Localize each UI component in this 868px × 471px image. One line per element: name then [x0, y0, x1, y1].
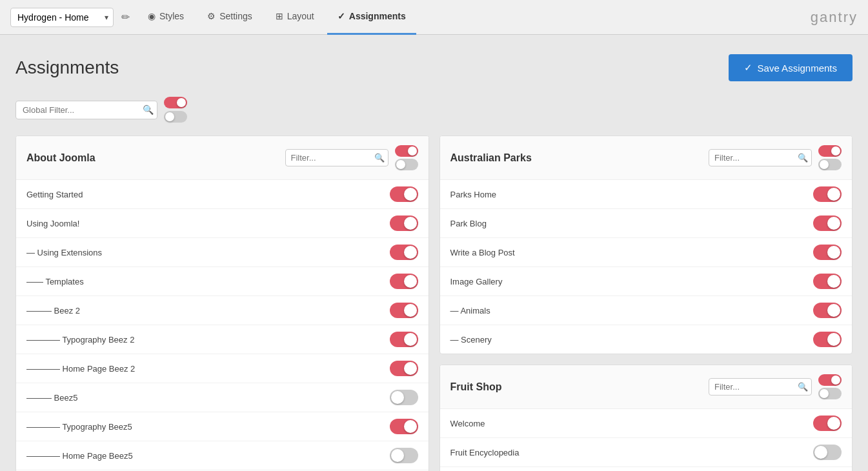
global-filter-bar: 🔍 — [15, 97, 853, 123]
list-item: Park Blog — [440, 209, 853, 238]
toggle-parks-home[interactable] — [813, 186, 842, 202]
cards-grid: About Joomla 🔍 — [15, 135, 853, 471]
fs-header-toggle-1[interactable] — [818, 374, 842, 386]
australian-parks-search-icon-button[interactable]: 🔍 — [798, 153, 808, 163]
fruit-shop-search-icon-button[interactable]: 🔍 — [798, 382, 808, 392]
list-item: Parks Home — [440, 180, 853, 209]
list-item: —— Templates — [16, 267, 429, 296]
ap-header-toggle-1[interactable] — [818, 145, 842, 157]
toggle-homepage-beez5[interactable] — [390, 448, 418, 463]
card-australian-parks-header: Australian Parks 🔍 — [440, 136, 853, 180]
save-button-label: Save Assignments — [758, 63, 837, 74]
save-check-icon: ✓ — [744, 62, 752, 74]
global-toggle-1[interactable] — [164, 97, 187, 108]
card-australian-parks-title: Australian Parks — [450, 152, 703, 164]
tab-assignments[interactable]: ✓ Assignments — [327, 0, 416, 35]
list-item: Write a Blog Post — [440, 238, 853, 267]
global-toggles — [164, 97, 187, 123]
card-about-joomla-header: About Joomla 🔍 — [16, 136, 429, 180]
about-joomla-filter-input[interactable] — [285, 149, 389, 166]
tab-settings-label: Settings — [219, 11, 252, 21]
fruit-shop-filter-wrapper: 🔍 — [709, 378, 812, 396]
toggle-homepage-beez2[interactable] — [390, 361, 418, 376]
page-title: Assignments — [15, 57, 119, 78]
card-about-joomla-title: About Joomla — [26, 152, 279, 164]
tab-layout[interactable]: ⊞ Layout — [265, 0, 325, 35]
list-item: ———— Home Page Beez5 — [16, 441, 429, 470]
list-item: ———— Typography Beez 2 — [16, 325, 429, 354]
card-fruit-shop: Fruit Shop 🔍 — [439, 365, 853, 471]
global-search-icon-button[interactable]: 🔍 — [143, 105, 154, 115]
toggle-image-gallery[interactable] — [813, 274, 842, 289]
tab-settings[interactable]: ⚙ Settings — [197, 0, 263, 35]
list-item: Welcome — [440, 409, 853, 438]
australian-parks-search-icon: 🔍 — [798, 153, 808, 163]
toggle-typography-beez2[interactable] — [390, 332, 418, 347]
layout-grid-icon: ⊞ — [276, 11, 283, 21]
about-joomla-header-toggle-2[interactable] — [395, 159, 418, 170]
toggle-welcome[interactable] — [813, 416, 842, 431]
list-item: ——— Beez 2 — [16, 296, 429, 325]
list-item: ———— Typography Beez5 — [16, 412, 429, 441]
australian-parks-filter-wrapper: 🔍 — [709, 149, 812, 166]
toggle-beez5[interactable] — [390, 390, 418, 405]
list-item: ———— Home Page Beez 2 — [16, 354, 429, 383]
list-item: Fruit Encyclopedia — [440, 438, 853, 467]
tab-styles-label: Styles — [159, 11, 184, 21]
ap-header-toggle-2[interactable] — [818, 159, 842, 170]
tab-assignments-label: Assignments — [349, 11, 406, 21]
about-joomla-header-toggles — [395, 145, 418, 170]
settings-wrench-icon: ⚙ — [207, 11, 216, 21]
australian-parks-filter-input[interactable] — [709, 149, 812, 166]
pencil-icon: ✏ — [121, 11, 130, 23]
toggle-fruit-encyclopedia[interactable] — [813, 445, 842, 460]
toggle-getting-started[interactable] — [390, 186, 418, 202]
brand-logo: gantry — [811, 9, 858, 26]
australian-parks-header-toggles — [818, 145, 842, 170]
theme-dropdown[interactable]: Hydrogen - Home Hydrogen - Blog — [10, 8, 114, 27]
fruit-shop-filter-input[interactable] — [709, 378, 812, 396]
toggle-beez2[interactable] — [390, 303, 418, 318]
fs-header-toggle-2[interactable] — [818, 388, 842, 399]
card-australian-parks: Australian Parks 🔍 — [439, 135, 853, 354]
list-item: — Using Extensions — [16, 238, 429, 267]
tab-styles[interactable]: ◉ Styles — [137, 0, 194, 35]
toggle-using-joomla[interactable] — [390, 215, 418, 231]
fruit-shop-header-toggles — [818, 374, 842, 399]
about-joomla-header-toggle-1[interactable] — [395, 145, 418, 157]
toggle-animals[interactable] — [813, 303, 842, 318]
about-joomla-search-icon: 🔍 — [374, 153, 385, 163]
assignments-check-icon: ✓ — [338, 11, 345, 21]
top-nav: Hydrogen - Home Hydrogen - Blog ✏ ◉ Styl… — [0, 0, 868, 35]
list-item: Getting Started — [16, 180, 429, 209]
toggle-typography-beez5[interactable] — [390, 419, 418, 434]
global-toggle-2[interactable] — [164, 111, 187, 123]
card-fruit-shop-header: Fruit Shop 🔍 — [440, 365, 853, 409]
tab-layout-label: Layout — [287, 11, 314, 21]
toggle-park-blog[interactable] — [813, 215, 842, 231]
global-filter-wrapper: 🔍 — [15, 101, 157, 119]
about-joomla-filter-wrapper: 🔍 — [285, 149, 389, 166]
toggle-using-extensions[interactable] — [390, 245, 418, 260]
card-fruit-shop-title: Fruit Shop — [450, 381, 703, 393]
card-about-joomla: About Joomla 🔍 — [15, 135, 429, 471]
global-filter-input[interactable] — [15, 101, 157, 119]
fruit-shop-search-icon: 🔍 — [798, 382, 808, 392]
list-item: Growers — [440, 467, 853, 471]
list-item: — Animals — [440, 296, 853, 325]
page-header: Assignments ✓ Save Assignments — [15, 54, 853, 81]
theme-dropdown-wrapper: Hydrogen - Home Hydrogen - Blog — [10, 8, 114, 27]
list-item: — Scenery — [440, 325, 853, 354]
main-content: Assignments ✓ Save Assignments 🔍 — [0, 35, 868, 471]
styles-circle-icon: ◉ — [148, 11, 156, 21]
toggle-scenery[interactable] — [813, 332, 842, 347]
list-item: Using Joomla! — [16, 209, 429, 238]
toggle-templates[interactable] — [390, 274, 418, 289]
save-assignments-button[interactable]: ✓ Save Assignments — [729, 54, 853, 81]
global-search-icon: 🔍 — [143, 105, 154, 115]
toggle-write-blog[interactable] — [813, 245, 842, 260]
list-item: Image Gallery — [440, 267, 853, 296]
list-item: ——— Beez5 — [16, 383, 429, 412]
pencil-icon-button[interactable]: ✏ — [116, 7, 135, 27]
about-joomla-search-icon-button[interactable]: 🔍 — [374, 153, 385, 163]
